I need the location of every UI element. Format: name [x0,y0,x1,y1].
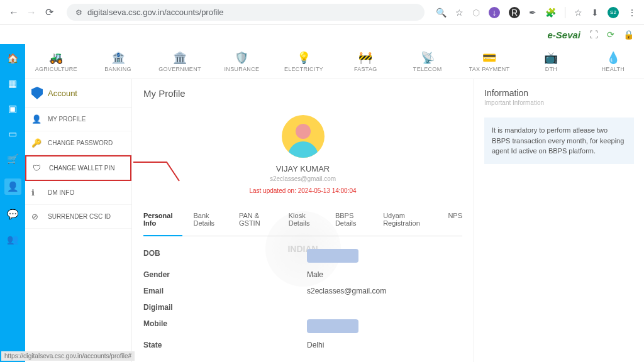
account-item-label: MY PROFILE [48,116,86,123]
url-bar[interactable]: ⚙ digitalseva.csc.gov.in/accounts/profil… [67,4,425,21]
avatar-section: VIJAY KUMAR s2eclasses@gmail.com Last up… [143,115,462,194]
back-button[interactable]: ← [8,6,20,19]
url-text: digitalseva.csc.gov.in/accounts/profile [87,8,224,17]
category-telecom[interactable]: 📡TELECOM [396,44,458,79]
account-item-my-profile[interactable]: 👤MY PROFILE [25,107,131,131]
ext3-icon[interactable]: R [509,7,520,18]
category-banking[interactable]: 🏦BANKING [87,44,148,79]
account-item-icon: 🛡 [33,163,43,173]
extensions-icon[interactable]: 🧩 [545,8,556,18]
category-label: HEALTH [602,66,625,72]
category-icon: 💡 [297,51,311,65]
tab-pan-gstin[interactable]: PAN & GSTIN [239,212,277,231]
profile-name: VIJAY KUMAR [143,164,462,173]
profile-email: s2eclasses@gmail.com [143,175,462,182]
status-bar-link: https://digitalseva.csc.gov.in/accounts/… [1,351,135,361]
account-item-surrender-csc-id[interactable]: ⊘SURRENDER CSC ID [25,205,131,229]
field-row: Mobile [143,315,462,337]
refresh-icon[interactable]: ⟳ [607,30,614,40]
tab-bank-details[interactable]: Bank Details [194,212,228,231]
profile-avatar-icon[interactable]: S2 [608,7,619,18]
field-row: Emails2eclasses@gmail.com [143,283,462,299]
profile-panel: My Profile INDIAN VIJAY KUMAR s2eclasses… [132,79,474,362]
account-item-label: DM INFO [48,189,74,196]
category-label: TAX PAYMENT [469,66,510,72]
download-icon[interactable]: ⬇ [591,8,599,18]
bookmark2-icon[interactable]: ☆ [574,8,582,18]
account-item-icon: 👤 [31,114,42,124]
category-label: TELECOM [413,66,442,72]
category-icon: 🚧 [358,51,372,65]
forward-button[interactable]: → [25,6,38,19]
field-row: DOB [143,245,462,266]
info-notice: It is mandatory to perform atlease two B… [484,118,634,164]
category-label: ELECTRICITY [284,66,323,72]
tab-kiosk-details[interactable]: Kiosk Details [289,212,324,231]
avatar [282,115,325,158]
brand-logo: e-Sevai [547,30,580,40]
home-icon[interactable]: 🏠 [7,53,19,64]
zoom-icon[interactable]: 🔍 [436,8,447,18]
ext2-icon[interactable]: ↓ [489,7,500,18]
category-fastag[interactable]: 🚧FASTAG [335,44,396,79]
field-value: Delhi [307,341,324,349]
info-panel: Information Important Information It is … [474,79,644,362]
category-icon: 🏛️ [173,51,187,65]
category-tax payment[interactable]: 💳TAX PAYMENT [458,44,520,79]
category-government[interactable]: 🏛️GOVERNMENT [149,44,211,79]
category-health[interactable]: 💧HEALTH [582,44,644,79]
tab-personal-info[interactable]: Personal Info [143,212,182,236]
account-title: Account [48,89,77,98]
field-row: Digimail [143,299,462,315]
category-insurance[interactable]: 🛡️INSURANCE [211,44,272,79]
grid-icon[interactable]: ▦ [8,78,17,89]
book-icon[interactable]: ▭ [8,128,17,140]
category-bar: 🚜AGRICULTURE🏦BANKING🏛️GOVERNMENT🛡️INSURA… [25,44,644,79]
category-dth[interactable]: 📺DTH [520,44,582,79]
tab-bbps-details[interactable]: BBPS Details [335,212,372,231]
field-row: StateDelhi [143,337,462,353]
user-icon[interactable]: 👤 [4,178,21,195]
field-row: GenderMale [143,266,462,283]
category-agriculture[interactable]: 🚜AGRICULTURE [25,44,87,79]
account-item-icon: ℹ [31,188,42,197]
browser-toolbar: 🔍 ☆ ⬡ ↓ R ✒ 🧩 ☆ ⬇ S2 ⋮ [436,7,636,18]
category-icon: 🏦 [111,51,125,65]
info-subtitle: Important Information [484,99,634,106]
account-item-label: SURRENDER CSC ID [48,213,111,220]
category-label: BANKING [104,66,131,72]
fullscreen-icon[interactable]: ⛶ [589,30,598,40]
profile-fields: DOBGenderMaleEmails2eclasses@gmail.comDi… [143,245,462,353]
chat-icon[interactable]: 💬 [7,209,19,220]
account-item-change-password[interactable]: 🔑CHANGE PASSWORD [25,131,131,155]
category-icon: 💳 [482,51,496,65]
tab-udyam-registration[interactable]: Udyam Registration [383,212,436,231]
field-value [307,249,358,263]
page-title: My Profile [143,88,462,99]
bookmark-star-icon[interactable]: ☆ [455,8,464,18]
cart-icon[interactable]: 🛒 [7,153,19,165]
site-settings-icon[interactable]: ⚙ [75,8,82,17]
field-label: Gender [143,270,307,279]
lock-icon[interactable]: 🔒 [623,30,634,40]
field-value: s2eclasses@gmail.com [307,287,386,295]
tab-nps[interactable]: NPS [448,212,462,231]
category-electricity[interactable]: 💡ELECTRICITY [273,44,335,79]
browser-bar: ← → ⟳ ⚙ digitalseva.csc.gov.in/accounts/… [0,0,644,25]
ext1-icon[interactable]: ⬡ [472,8,480,18]
wallet-icon[interactable]: ▣ [8,103,17,114]
category-label: GOVERNMENT [158,66,201,72]
account-item-dm-info[interactable]: ℹDM INFO [25,181,131,205]
shield-icon [31,87,43,99]
field-value: Male [307,270,323,279]
account-item-change-wallet-pin[interactable]: 🛡CHANGE WALLET PIN [25,155,131,181]
more-menu-icon[interactable]: ⋮ [628,8,636,18]
reload-button[interactable]: ⟳ [43,6,55,19]
dropper-icon[interactable]: ✒ [529,8,536,18]
category-icon: 🚜 [49,51,63,65]
category-label: FASTAG [354,66,377,72]
category-label: DTH [545,66,557,72]
group-icon[interactable]: 👥 [7,234,19,245]
field-label: State [143,341,307,349]
field-label: Email [143,287,307,295]
